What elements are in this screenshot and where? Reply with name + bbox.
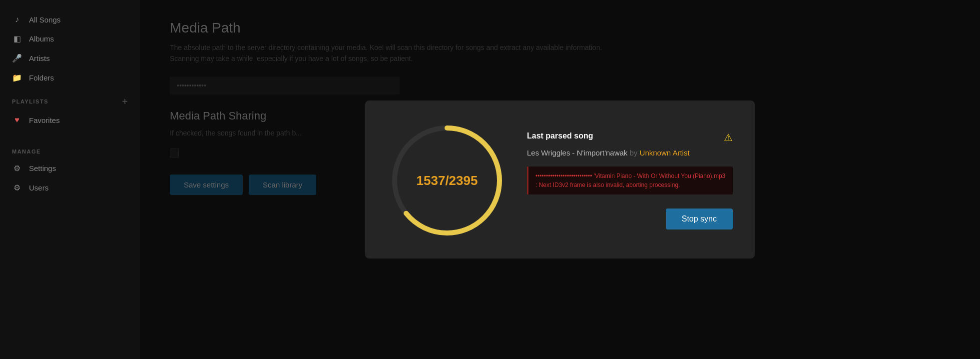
album-icon: ◧: [12, 34, 22, 44]
heart-icon: ♥: [12, 116, 22, 124]
by-label: by: [630, 148, 640, 157]
manage-section-header: MANAGE: [0, 140, 140, 158]
artist-name: Unknown Artist: [640, 148, 690, 157]
users-icon: ⚙: [12, 183, 22, 192]
sidebar-item-favorites[interactable]: ♥ Favorites: [0, 110, 140, 130]
sidebar-item-artists[interactable]: 🎤 Artists: [0, 48, 140, 68]
sidebar-item-label: Folders: [29, 74, 54, 82]
settings-icon: ⚙: [12, 164, 22, 173]
sync-overlay: 1537/2395 Last parsed song ⚠ Les Wriggle…: [140, 0, 980, 359]
sidebar-item-label: All Songs: [29, 16, 60, 24]
last-parsed-song: Les Wriggles - N'import'nawak by Unknown…: [527, 148, 733, 159]
sidebar-item-albums[interactable]: ◧ Albums: [0, 29, 140, 48]
sidebar: ♪ All Songs ◧ Albums 🎤 Artists 📁 Folders…: [0, 0, 140, 359]
error-text: ••••••••••••••••••••••••••• 'Vitamin Pia…: [535, 172, 725, 188]
sidebar-item-users[interactable]: ⚙ Users: [0, 178, 140, 198]
microphone-icon: 🎤: [12, 54, 22, 63]
warning-icon: ⚠: [724, 132, 733, 144]
sidebar-item-label: Settings: [29, 164, 56, 172]
song-name: Les Wriggles - N'import'nawak: [527, 148, 627, 157]
progress-label: 1537/2395: [417, 173, 478, 188]
progress-circle-container: 1537/2395: [387, 120, 507, 240]
sync-modal: 1537/2395 Last parsed song ⚠ Les Wriggle…: [365, 100, 755, 258]
folder-icon: 📁: [12, 73, 22, 82]
last-parsed-title: Last parsed song: [527, 132, 593, 140]
sidebar-item-label: Albums: [29, 34, 54, 43]
stop-sync-button[interactable]: Stop sync: [666, 208, 733, 230]
sidebar-item-label: Users: [29, 184, 48, 192]
sidebar-item-label: Favorites: [29, 116, 60, 124]
playlists-label: PLAYLISTS: [12, 98, 48, 104]
error-block: ••••••••••••••••••••••••••• 'Vitamin Pia…: [527, 166, 733, 194]
music-note-icon: ♪: [12, 15, 22, 24]
sync-info-panel: Last parsed song ⚠ Les Wriggles - N'impo…: [527, 132, 733, 230]
sync-info-header: Last parsed song ⚠: [527, 132, 733, 144]
sidebar-item-settings[interactable]: ⚙ Settings: [0, 158, 140, 178]
playlists-section-header: PLAYLISTS +: [0, 88, 140, 110]
sidebar-item-folders[interactable]: 📁 Folders: [0, 68, 140, 88]
sidebar-item-label: Artists: [29, 54, 50, 62]
add-playlist-button[interactable]: +: [122, 96, 128, 106]
main-content: Media Path The absolute path to the serv…: [140, 0, 980, 359]
manage-label: MANAGE: [12, 148, 41, 154]
sidebar-item-all-songs[interactable]: ♪ All Songs: [0, 10, 140, 29]
